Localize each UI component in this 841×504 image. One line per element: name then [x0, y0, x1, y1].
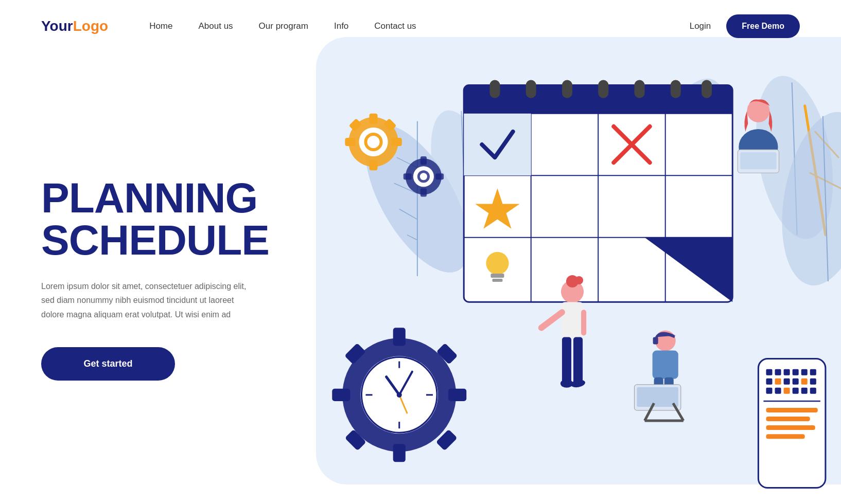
- svg-rect-85: [562, 337, 571, 383]
- svg-rect-60: [562, 80, 572, 98]
- svg-point-40: [367, 136, 380, 148]
- svg-rect-91: [653, 351, 678, 379]
- svg-rect-63: [671, 80, 681, 98]
- nav-item-home[interactable]: Home: [149, 21, 172, 31]
- svg-rect-111: [775, 379, 781, 385]
- svg-rect-64: [702, 80, 712, 98]
- svg-rect-124: [766, 417, 810, 421]
- svg-rect-105: [775, 369, 781, 375]
- right-illustration: [299, 52, 841, 504]
- svg-rect-23: [448, 389, 466, 401]
- svg-rect-21: [393, 444, 406, 462]
- svg-point-87: [560, 380, 573, 388]
- svg-rect-113: [793, 379, 799, 385]
- svg-rect-118: [784, 388, 790, 394]
- svg-rect-62: [634, 80, 644, 98]
- svg-rect-104: [766, 369, 772, 375]
- svg-rect-51: [420, 156, 427, 165]
- left-content: PLANNING SCHEDULE Lorem ipsum dolor sit …: [0, 52, 299, 504]
- svg-rect-116: [766, 388, 772, 394]
- free-demo-button[interactable]: Free Demo: [726, 14, 800, 38]
- svg-rect-103: [758, 359, 825, 488]
- svg-rect-58: [489, 80, 500, 98]
- svg-rect-114: [801, 379, 808, 385]
- svg-rect-57: [464, 103, 732, 114]
- logo-logo-text: Logo: [73, 18, 108, 34]
- svg-rect-54: [435, 173, 444, 179]
- figure-sitting: [634, 330, 683, 421]
- svg-point-36: [397, 392, 402, 398]
- nav-item-info[interactable]: Info: [334, 21, 348, 31]
- phone-icon: [758, 359, 825, 488]
- calendar-icon: [464, 80, 732, 302]
- svg-rect-52: [420, 188, 427, 196]
- hero-title-line1: PLANNING: [41, 174, 257, 221]
- gear-large-icon: [332, 328, 466, 462]
- svg-rect-107: [793, 369, 799, 375]
- svg-rect-22: [332, 389, 350, 401]
- svg-point-81: [575, 276, 583, 284]
- svg-rect-86: [573, 337, 583, 383]
- hero-description: Lorem ipsum dolor sit amet, consectetuer…: [41, 279, 257, 321]
- nav-item-our-program[interactable]: Our program: [259, 21, 308, 31]
- svg-rect-42: [370, 160, 378, 170]
- get-started-button[interactable]: Get started: [41, 347, 175, 381]
- svg-rect-123: [766, 408, 817, 412]
- svg-rect-119: [793, 388, 799, 394]
- login-button[interactable]: Login: [690, 21, 711, 31]
- logo: YourLogo: [41, 18, 108, 34]
- hero-title-line2: SCHEDULE: [41, 217, 269, 263]
- header: YourLogo Home About us Our program Info …: [0, 0, 841, 52]
- svg-rect-109: [810, 369, 816, 375]
- svg-rect-102: [740, 152, 776, 169]
- logo-your-text: Your: [41, 18, 73, 34]
- svg-rect-90: [653, 337, 658, 344]
- svg-rect-112: [784, 379, 790, 385]
- svg-point-88: [570, 379, 586, 388]
- svg-rect-126: [766, 434, 804, 439]
- svg-rect-43: [345, 138, 355, 146]
- svg-point-75: [486, 252, 509, 275]
- svg-rect-71: [464, 114, 531, 175]
- svg-rect-77: [492, 279, 502, 282]
- svg-rect-106: [784, 369, 790, 375]
- svg-rect-115: [810, 379, 816, 385]
- svg-rect-59: [526, 80, 536, 98]
- svg-rect-41: [370, 114, 378, 124]
- main-content: PLANNING SCHEDULE Lorem ipsum dolor sit …: [0, 52, 841, 504]
- svg-rect-61: [598, 80, 608, 98]
- svg-point-50: [420, 173, 427, 180]
- header-actions: Login Free Demo: [690, 14, 800, 38]
- nav-item-contact-us[interactable]: Contact us: [374, 21, 416, 31]
- main-nav: Home About us Our program Info Contact u…: [149, 21, 690, 31]
- svg-rect-76: [490, 274, 504, 278]
- svg-rect-120: [801, 388, 808, 394]
- svg-rect-20: [393, 328, 406, 346]
- illustration-svg: [299, 52, 841, 504]
- hero-title: PLANNING SCHEDULE: [41, 177, 257, 261]
- svg-line-83: [541, 312, 562, 328]
- svg-rect-82: [561, 302, 584, 338]
- svg-rect-53: [404, 173, 412, 179]
- svg-rect-44: [392, 138, 402, 146]
- svg-rect-121: [810, 388, 816, 394]
- nav-item-about-us[interactable]: About us: [198, 21, 233, 31]
- svg-rect-110: [766, 379, 772, 385]
- svg-rect-125: [766, 425, 815, 430]
- svg-rect-117: [775, 388, 781, 394]
- svg-rect-108: [801, 369, 808, 375]
